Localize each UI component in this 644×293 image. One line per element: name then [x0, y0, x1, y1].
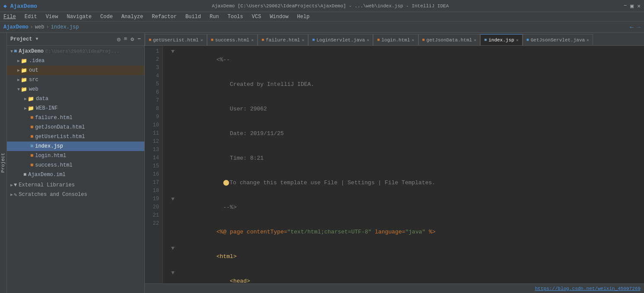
line-text-6: ⬤To change this template use File | Sett…: [176, 170, 644, 195]
menu-item-build[interactable]: Build: [184, 14, 203, 20]
file-icon-getuserlist: ■: [30, 134, 33, 140]
code-editor[interactable]: ▼ <%-- Created by IntelliJ IDEA.: [163, 46, 644, 284]
fold-1[interactable]: ▼: [170, 47, 176, 56]
tree-item-out[interactable]: ▶ 📁 out: [7, 66, 144, 75]
tree-item-iml[interactable]: ■ AjaxDemo.iml: [7, 170, 144, 180]
menu-item-vcs[interactable]: VCS: [250, 14, 263, 20]
tab-close-indexjsp[interactable]: ✕: [516, 38, 519, 43]
tree-label-src: src: [29, 77, 38, 83]
tab-close-loginservlet[interactable]: ✕: [367, 38, 369, 43]
menu-item-navigate[interactable]: Navigate: [65, 14, 93, 20]
code-line-9: ▼ <html>: [170, 244, 644, 269]
tree-item-src[interactable]: ▶ 📁 src: [7, 75, 144, 85]
code-line-8: <%@ page contentType="text/html;charset=…: [170, 220, 644, 244]
fold-9[interactable]: ▼: [170, 244, 176, 252]
breadcrumb-file[interactable]: index.jsp: [51, 24, 79, 30]
menu-item-file[interactable]: File: [2, 14, 18, 20]
tab-close-getjsondata[interactable]: ✕: [474, 38, 476, 43]
navigate-forward-icon[interactable]: →: [637, 24, 641, 31]
navigate-back-icon[interactable]: ←: [630, 24, 633, 31]
breadcrumb-app[interactable]: AjaxDemo: [3, 24, 29, 30]
menu-item-code[interactable]: Code: [99, 14, 115, 20]
title-bar-title: AjaxDemo [C:\Users\29062\IdeaProjects\Aj…: [37, 3, 623, 9]
menu-item-help[interactable]: Help: [295, 14, 311, 20]
tab-getjsondata[interactable]: ■ getJsonData.html ✕: [418, 34, 481, 45]
breadcrumb-web[interactable]: web: [35, 24, 45, 30]
code-line-6: ⬤To change this template use File | Sett…: [170, 170, 644, 195]
tree-item-web[interactable]: ▼ 📁 web: [7, 85, 144, 94]
expand-arrow-out[interactable]: ▶: [17, 68, 20, 73]
collapse-arrow-ajaxdemo[interactable]: ▼: [10, 49, 13, 54]
tab-loginservlet[interactable]: ■ LoginServlet.java ✕: [308, 34, 373, 45]
expand-icon[interactable]: ▣: [630, 3, 634, 9]
expand-arrow-data[interactable]: ▶: [24, 96, 27, 101]
folder-icon-data: 📁: [28, 96, 34, 102]
tree-item-getuserlist[interactable]: ■ getUserList.html: [7, 132, 144, 142]
tab-close-getuserlist[interactable]: ✕: [201, 38, 203, 43]
tab-success[interactable]: ■ success.html ✕: [207, 34, 258, 45]
code-line-4: Date: 2019/11/25: [170, 121, 644, 146]
minimize-icon[interactable]: −: [624, 3, 627, 9]
tab-icon-getjsondata: ■: [422, 38, 425, 42]
tree-item-idea[interactable]: ▶ 📁 .idea: [7, 56, 144, 66]
project-vertical-tab[interactable]: Project: [0, 151, 6, 174]
folder-icon-out: 📁: [21, 67, 27, 74]
tab-label-success: success.html: [215, 38, 249, 43]
tree-item-success[interactable]: ■ success.html: [7, 161, 144, 170]
expand-arrow-scratches[interactable]: ▶: [10, 192, 13, 197]
sidebar: Project Project ▼ ◎ ≡ ⚙ − ▼ ■: [0, 33, 145, 293]
menu-item-tools[interactable]: Tools: [226, 14, 245, 20]
fold-7[interactable]: ▼: [170, 195, 176, 203]
status-url[interactable]: https://blog.csdn.net/weixin_45097269: [535, 286, 641, 291]
code-line-5: Time: 8:21: [170, 146, 644, 170]
tab-getjsonservlet[interactable]: ■ GetJsonServlet.java ✕: [523, 34, 593, 45]
locate-file-icon[interactable]: ◎: [117, 36, 121, 43]
expand-arrow-src[interactable]: ▶: [17, 77, 20, 82]
tab-indexjsp[interactable]: ■ index.jsp ✕: [480, 34, 522, 45]
tree-item-getjsondata[interactable]: ■ getJsonData.html: [7, 123, 144, 132]
menu-item-edit[interactable]: Edit: [23, 14, 39, 20]
line-text-10: <head>: [176, 269, 644, 284]
menu-item-window[interactable]: Window: [268, 14, 290, 20]
tab-close-failure[interactable]: ✕: [302, 38, 304, 43]
menu-bar: File Edit View Navigate Code Analyze Ref…: [0, 12, 644, 22]
expand-all-icon[interactable]: ≡: [124, 36, 128, 43]
menu-item-view[interactable]: View: [44, 14, 60, 20]
tab-close-login[interactable]: ✕: [412, 38, 414, 43]
tree-item-login[interactable]: ■ login.html: [7, 151, 144, 161]
sidebar-dropdown-icon[interactable]: ▼: [35, 37, 38, 41]
sidebar-header: Project ▼ ◎ ≡ ⚙ −: [7, 33, 144, 46]
expand-arrow-webinf[interactable]: ▶: [24, 106, 27, 111]
expand-arrow-extlibs[interactable]: ▶: [10, 183, 13, 188]
menu-item-refactor[interactable]: Refactor: [150, 14, 179, 20]
tab-close-success[interactable]: ✕: [251, 38, 254, 43]
tree-item-failure[interactable]: ■ failure.html: [7, 113, 144, 123]
menu-item-run[interactable]: Run: [208, 14, 221, 20]
tab-failure[interactable]: ■ failure.html ✕: [258, 34, 308, 45]
tab-icon-getuserlist: ■: [149, 38, 151, 42]
tab-getuserlist[interactable]: ■ getUserList.html ✕: [145, 34, 207, 45]
fold-10[interactable]: ▼: [170, 269, 176, 277]
file-icon-iml: ■: [23, 172, 26, 178]
tab-close-getjsonservlet[interactable]: ✕: [587, 38, 589, 43]
tree-item-indexjsp[interactable]: ■ index.jsp: [7, 142, 144, 151]
close-icon[interactable]: ✕: [637, 3, 641, 9]
line-text-8: <%@ page contentType="text/html;charset=…: [176, 220, 644, 244]
hide-sidebar-icon[interactable]: −: [137, 36, 141, 43]
tree-item-data[interactable]: ▶ 📁 data: [7, 94, 144, 104]
expand-arrow-idea[interactable]: ▶: [17, 58, 20, 63]
tree-item-webinf[interactable]: ▶ 📁 WEB-INF: [7, 104, 144, 113]
tab-login[interactable]: ■ login.html ✕: [373, 34, 418, 45]
tree-label-extlibs: External Libraries: [19, 182, 75, 188]
app-logo: ◆ AjaxDemo: [3, 3, 37, 9]
code-area[interactable]: 12345 678910 1112131415 1617181920 2122 …: [145, 46, 644, 284]
tab-icon-indexjsp: ■: [484, 38, 487, 42]
breadcrumb-bar: AjaxDemo › web › index.jsp ← →: [0, 22, 644, 33]
folder-icon-web: 📁: [21, 86, 27, 93]
tree-item-ajaxdemo[interactable]: ▼ ■ AjaxDemo C:\Users\29062\IdeaProj...: [7, 47, 144, 56]
collapse-arrow-web[interactable]: ▼: [17, 87, 20, 92]
tree-item-extlibs[interactable]: ▶ ▼ External Libraries: [7, 180, 144, 190]
tree-item-scratches[interactable]: ▶ ✎ Scratches and Consoles: [7, 190, 144, 199]
menu-item-analyze[interactable]: Analyze: [120, 14, 145, 20]
settings-icon[interactable]: ⚙: [131, 36, 134, 43]
